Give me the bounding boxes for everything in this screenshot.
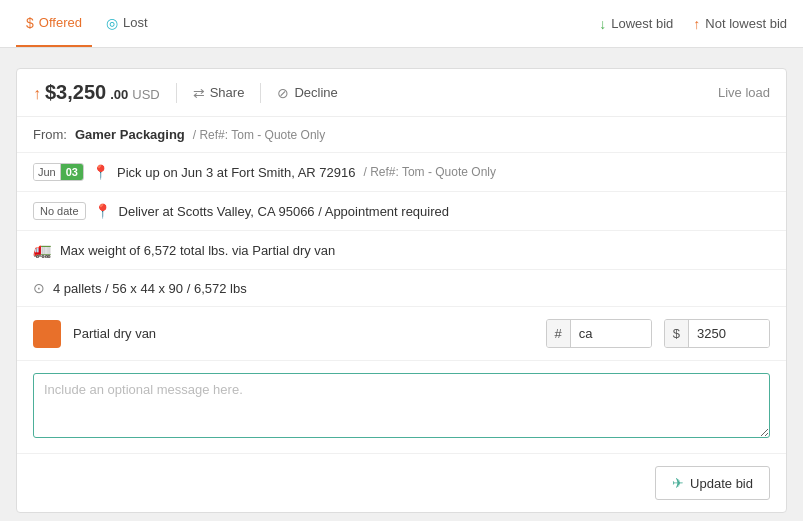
bid-cents: .00 [110,87,128,102]
divider-2 [260,83,261,103]
decline-action[interactable]: ⊘ Decline [277,85,337,101]
bid-amount: ↑ $3,250.00 USD [33,81,160,104]
pickup-month: Jun [34,164,61,180]
bid-up-arrow-icon: ↑ [33,85,41,103]
arrow-up-icon: ↑ [693,16,700,32]
message-row [17,361,786,454]
pickup-date-badge: Jun 03 [33,163,84,181]
legend-group: ↓ Lowest bid ↑ Not lowest bid [599,16,787,32]
pallet-icon: ⊙ [33,280,45,296]
legend-not-lowest-bid-label: Not lowest bid [705,16,787,31]
bid-form-row: Partial dry van # $ [17,307,786,361]
bid-value-input[interactable] [689,320,769,347]
tab-lost[interactable]: ◎ Lost [96,1,158,47]
share-action[interactable]: ⇄ Share [193,85,245,101]
delivery-row: No date 📍 Deliver at Scotts Valley, CA 9… [17,192,786,231]
pickup-text: Pick up on Jun 3 at Fort Smith, AR 72916 [117,165,355,180]
card-footer: ✈ Update bid [17,454,786,512]
card-body: From: Gamer Packaging / Ref#: Tom - Quot… [17,117,786,454]
share-icon: ⇄ [193,85,205,101]
decline-label: Decline [294,85,337,100]
pickup-day: 03 [61,164,83,180]
hash-input[interactable] [571,320,651,347]
bid-card: ↑ $3,250.00 USD ⇄ Share ⊘ Decline Live l… [16,68,787,513]
share-label: Share [210,85,245,100]
bid-currency: USD [132,87,159,102]
live-load-badge: Live load [718,85,770,100]
hash-prefix: # [547,320,571,347]
pallets-row: ⊙ 4 pallets / 56 x 44 x 90 / 6,572 lbs [17,270,786,307]
from-ref: / Ref#: Tom - Quote Only [193,128,326,142]
dollar-prefix: $ [665,320,689,347]
from-label: From: [33,127,67,142]
van-label: Partial dry van [73,326,534,341]
pickup-row: Jun 03 📍 Pick up on Jun 3 at Fort Smith,… [17,153,786,192]
delivery-location-icon: 📍 [94,203,111,219]
pallets-text: 4 pallets / 56 x 44 x 90 / 6,572 lbs [53,281,247,296]
dollar-icon: $ [26,15,34,31]
pickup-ref: / Ref#: Tom - Quote Only [363,165,496,179]
legend-lowest-bid-label: Lowest bid [611,16,673,31]
no-date-badge: No date [33,202,86,220]
update-bid-label: Update bid [690,476,753,491]
decline-icon: ⊘ [277,85,289,101]
weight-text: Max weight of 6,572 total lbs. via Parti… [60,243,335,258]
card-header: ↑ $3,250.00 USD ⇄ Share ⊘ Decline Live l… [17,69,786,117]
legend-lowest-bid: ↓ Lowest bid [599,16,673,32]
legend-not-lowest-bid: ↑ Not lowest bid [693,16,787,32]
message-textarea[interactable] [33,373,770,438]
main-content: ↑ $3,250.00 USD ⇄ Share ⊘ Decline Live l… [0,48,803,521]
bid-input-group: $ [664,319,770,348]
hash-input-group: # [546,319,652,348]
pickup-location-icon: 📍 [92,164,109,180]
bid-dollar-amount: $3,250 [45,81,106,104]
send-icon: ✈ [672,475,684,491]
arrow-down-icon: ↓ [599,16,606,32]
weight-row: 🚛 Max weight of 6,572 total lbs. via Par… [17,231,786,270]
divider-1 [176,83,177,103]
tab-offered-label: Offered [39,15,82,30]
van-color-icon [33,320,61,348]
truck-icon: 🚛 [33,241,52,259]
update-bid-button[interactable]: ✈ Update bid [655,466,770,500]
from-row: From: Gamer Packaging / Ref#: Tom - Quot… [17,117,786,153]
tab-group: $ Offered ◎ Lost [16,1,158,47]
tab-lost-label: Lost [123,15,148,30]
delivery-text: Deliver at Scotts Valley, CA 95066 / App… [119,204,449,219]
tab-offered[interactable]: $ Offered [16,1,92,47]
circle-icon: ◎ [106,15,118,31]
from-company: Gamer Packaging [75,127,185,142]
top-bar: $ Offered ◎ Lost ↓ Lowest bid ↑ Not lowe… [0,0,803,48]
